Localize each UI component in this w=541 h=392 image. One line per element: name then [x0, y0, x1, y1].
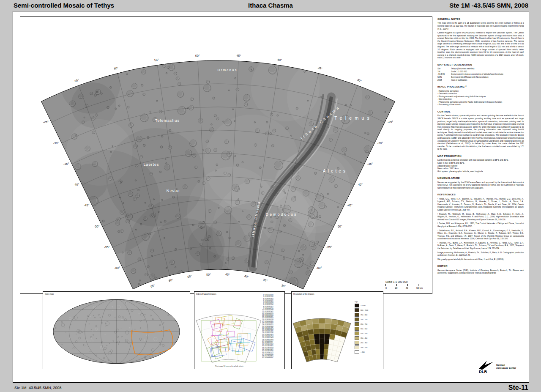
designation-row: -43.5/45Center point in degrees consisti… — [437, 73, 524, 76]
legend-swatch — [355, 308, 359, 312]
map-label: 50° — [206, 273, 211, 276]
section-heading: IMAGE PROCESSING ² — [437, 85, 524, 88]
map-label: -45° — [347, 204, 352, 207]
map-label: -60° — [316, 266, 322, 269]
map-label: -25° — [43, 121, 49, 123]
legend-swatch — [355, 304, 359, 307]
reference-item: ⁴ Seidelmann, P.K., Archinal, B.A., A'he… — [437, 230, 524, 241]
section-heading: GENERAL NOTES — [437, 17, 524, 21]
legend-row: > 1500 — [355, 304, 381, 307]
scale-bar: Scale 1:1 000 000 0 20 40 60 km — [385, 280, 426, 289]
dlr-logo-text: German Aerospace Center — [496, 364, 516, 370]
legend-swatch — [355, 341, 359, 345]
credits-paragraph: We greatly appreciate helpful discussion… — [437, 258, 524, 261]
section-image-processing: IMAGE PROCESSING ² - Radiometric correct… — [437, 85, 524, 107]
editor-paragraph: German Aerospace Center (DLR), Institute… — [437, 269, 524, 275]
map-label: -55° — [327, 246, 332, 249]
section-heading: EDITOR — [437, 264, 524, 268]
global-index-map — [44, 295, 189, 368]
map-label: -35° — [367, 162, 373, 165]
section-editor: EDITOR German Aerospace Center (DLR), In… — [437, 264, 524, 275]
resolution-legend: m/px > 1500800 - 1500750 - 800700 - 7506… — [355, 301, 381, 355]
main-map-panel: 65°60°55°50°45°40°35°30°65°60°55°50°45°4… — [20, 16, 432, 294]
legend-row: 350 - 450 — [355, 336, 381, 340]
footer-designation: Ste 1M -43.5/45 SMN, 2008 — [14, 386, 62, 390]
legend-row: < 200 — [355, 350, 381, 354]
map-label: -35° — [63, 162, 69, 165]
reference-item: ³ Davies, M.E. and Katayama, F.Y., 1983,… — [437, 222, 524, 228]
map-label: Laertes — [143, 162, 159, 167]
projection-line: Adopted figure: sphere — [437, 165, 524, 168]
section-designation: MAP SHEET DESIGNATION SteTethys (Saturni… — [437, 63, 524, 82]
reference-item: ² Roatsch, Th., Wählisch, M., Giese, B.,… — [437, 213, 524, 222]
map-label: 40° — [277, 58, 282, 62]
section-nomenclature: NOMENCLATURE Names are suggested by the … — [437, 176, 524, 189]
map-label: Aletes — [323, 169, 347, 173]
legend-swatch — [355, 336, 359, 340]
map-label: Ormenus — [218, 68, 238, 72]
legend-swatch — [355, 318, 359, 321]
map-label: 50° — [195, 54, 200, 58]
map-label: -50° — [337, 225, 342, 228]
map-label: 65° — [150, 284, 156, 288]
svg-text:DLR: DLR — [479, 369, 487, 373]
footer-sheet-number: Ste-11 — [508, 384, 528, 392]
map-sheet: 65°60°55°50°45°40°35°30°65°60°55°50°45°4… — [13, 11, 529, 383]
legend-row: 250 - 350 — [355, 341, 381, 345]
map-label: 45° — [236, 54, 241, 58]
legend-swatch — [355, 332, 359, 335]
image-processing-item: - Photogrammetric adjustment using limb-… — [437, 96, 524, 99]
image-processing-list: - Radiometric correction- Geometric corr… — [437, 90, 524, 107]
control-paragraph: For the Cassini mission, spacecraft posi… — [437, 115, 524, 151]
map-label: -60° — [115, 266, 120, 269]
section-heading: MAP PROJECTION — [437, 154, 524, 158]
map-label: -55° — [104, 246, 110, 249]
designation-row: SteTethys (Saturnian satellite) — [437, 68, 524, 71]
reference-item: ⁵ Thomas, P.C., Burns, J.A., Helfenstein… — [437, 242, 524, 250]
section-heading: MAP SHEET DESIGNATION — [437, 63, 524, 66]
map-label: -30° — [53, 142, 59, 145]
resolution-panel: Resolution of the images m/px > 1500800 … — [291, 291, 383, 369]
resolution-map — [292, 297, 354, 365]
legend-row: 650 - 700 — [355, 322, 381, 326]
legend-row: 700 - 750 — [355, 318, 381, 321]
sheet-series-title: Semi-controlled Mosaic of Tethys — [14, 2, 114, 9]
legend-swatch — [355, 313, 359, 317]
image-index-panel: Index of Cassini images 1N15616021432N15… — [194, 291, 285, 369]
tethys-conic-map: 65°60°55°50°45°40°35°30°65°60°55°50°45°4… — [20, 17, 432, 293]
general-notes-paragraph: This map sheet is the 11th of a 15-quadr… — [437, 22, 524, 30]
map-label: -30° — [377, 142, 383, 145]
projection-line: Lambert conic conformal projection with … — [437, 159, 524, 162]
map-label: 55° — [187, 274, 192, 278]
credits-paragraph: Image processing: Hoffmeister, A., Roats… — [437, 252, 524, 257]
legend-swatch — [355, 327, 359, 331]
map-label: Telemachus — [155, 118, 180, 123]
index-map-caption: Index map — [45, 293, 54, 295]
map-label: 40° — [244, 274, 249, 278]
projection-line: Scale is true at 58°S and 30°S. — [437, 162, 524, 165]
image-processing-item: - Processing of the mosaic — [437, 104, 524, 107]
dlr-logo: DLR German Aerospace Center — [478, 360, 516, 373]
map-label: Demodocus — [265, 212, 297, 217]
scale-title: Scale 1:1 000 000 — [385, 280, 426, 283]
designation-row: 2008Year of publication — [437, 79, 524, 82]
map-label: -40° — [74, 183, 79, 186]
projection-lines: Lambert conic conformal projection with … — [437, 159, 524, 173]
dlr-logo-icon: DLR — [478, 360, 494, 373]
legend-row: 750 - 800 — [355, 313, 381, 317]
designation-row: SMNSemi-controlled Mosaic with Nomenclat… — [437, 76, 524, 79]
sheet-feature-title: Ithaca Chasma — [248, 2, 293, 9]
info-column: GENERAL NOTES This map sheet is the 11th… — [437, 17, 524, 358]
section-control: CONTROL For the Cassini mission, spacecr… — [437, 110, 524, 151]
scale-tick-labels: 0 20 40 60 km — [385, 287, 423, 289]
resolution-caption: Resolution of the images — [293, 293, 314, 295]
section-heading: NOMENCLATURE — [437, 176, 524, 180]
map-label: -25° — [388, 121, 393, 123]
map-label: 60° — [168, 278, 173, 282]
designation-table: SteTethys (Saturnian satellite)1MScale 1… — [437, 68, 524, 82]
reference-list: ¹ Porco, C.C., West, R.A., Squyres, S., … — [437, 198, 524, 250]
section-general-notes: GENERAL NOTES This map sheet is the 11th… — [437, 17, 524, 60]
projection-line: Grid system: planetographic latitude, we… — [437, 170, 524, 173]
legend-title: m/px — [355, 301, 381, 303]
section-map-projection: MAP PROJECTION Lambert conic conformal p… — [437, 154, 524, 173]
